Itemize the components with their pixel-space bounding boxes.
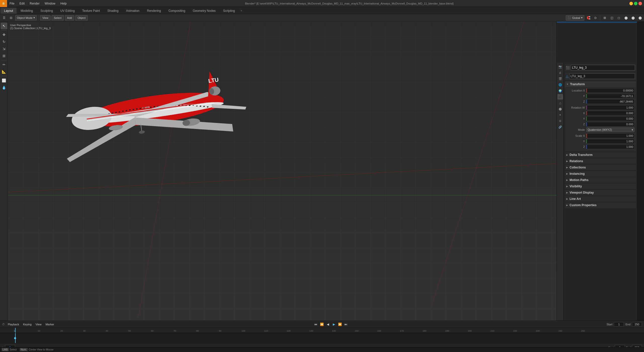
- props-tab-world[interactable]: 🌍: [557, 88, 563, 94]
- scale-y-field[interactable]: 1.000: [586, 139, 634, 144]
- motion-paths-section[interactable]: ▶ Motion Paths: [565, 177, 636, 183]
- object-data-field[interactable]: [569, 73, 635, 79]
- props-tab-physics[interactable]: ⚙: [557, 118, 563, 124]
- viewport-shading-solid[interactable]: ⬤: [623, 15, 629, 21]
- viewport-shading-wire[interactable]: ◻: [616, 15, 622, 21]
- start-frame-field[interactable]: 1: [614, 322, 624, 327]
- xray-icon[interactable]: ◫: [609, 15, 615, 21]
- props-tab-particles[interactable]: ✦: [557, 112, 563, 118]
- rotation-group: Rotation W 1.000 X 0.000 Y: [566, 105, 634, 132]
- props-tab-constraints[interactable]: 🔗: [557, 124, 563, 130]
- visibility-section[interactable]: ▶ Visibility: [565, 184, 636, 189]
- object-name-field[interactable]: [571, 65, 635, 70]
- rotation-z-field[interactable]: 0.000: [586, 122, 634, 126]
- timeline-menu-marker[interactable]: Marker: [45, 323, 55, 326]
- scale-x-field[interactable]: 1.000: [586, 134, 634, 138]
- toolbar-menu-icon[interactable]: ☰: [1, 15, 7, 21]
- window-close[interactable]: [638, 2, 642, 5]
- timeline-menu-playback[interactable]: Playback: [7, 323, 20, 326]
- menu-file[interactable]: File: [7, 0, 17, 7]
- add-cube-tool[interactable]: ⬜: [1, 77, 7, 84]
- object-type-icon: ⬛: [566, 66, 570, 70]
- toolbar-mode-icon[interactable]: ⊟: [8, 15, 14, 21]
- tab-uv-editing[interactable]: UV Editing: [57, 8, 78, 14]
- tab-scripting[interactable]: Scripting: [220, 8, 238, 14]
- location-z-field[interactable]: -867.28485: [586, 99, 634, 104]
- play-reverse-button[interactable]: ◀: [325, 322, 330, 327]
- rotate-tool[interactable]: ↻: [1, 38, 7, 45]
- tab-animation[interactable]: Animation: [123, 8, 143, 14]
- menu-edit[interactable]: Edit: [17, 0, 27, 7]
- props-tab-render[interactable]: 📷: [557, 64, 563, 69]
- viewport-display-section[interactable]: ▶ Viewport Display: [565, 190, 636, 195]
- jump-start-button[interactable]: ⏮: [313, 322, 318, 327]
- rotation-mode-dropdown[interactable]: Quaternion (WXYZ) ▾: [586, 127, 634, 132]
- tab-geometry-nodes[interactable]: Geometry Nodes: [189, 8, 219, 14]
- viewport-shading-material[interactable]: ⬤: [630, 15, 636, 21]
- y-axis-line: [8, 195, 637, 195]
- view-menu[interactable]: View: [40, 15, 51, 21]
- tab-rendering[interactable]: Rendering: [143, 8, 164, 14]
- timeline-track[interactable]: [0, 333, 644, 343]
- relations-section[interactable]: ▶ Relations: [565, 158, 636, 164]
- props-tab-mesh[interactable]: △: [557, 100, 563, 106]
- menu-help[interactable]: Help: [58, 0, 69, 7]
- transform-header[interactable]: ▼ Transform: [565, 81, 636, 87]
- viewport[interactable]: LTU D-ABBB User Per: [8, 22, 637, 321]
- location-y-field[interactable]: -70.16711: [586, 94, 634, 98]
- props-tab-object[interactable]: ⬛: [557, 94, 563, 100]
- menu-window[interactable]: Window: [42, 0, 58, 7]
- transform-tool[interactable]: ⊞: [1, 53, 7, 59]
- annotate-tool[interactable]: ✏: [1, 61, 7, 68]
- delta-transform-section[interactable]: ▶ Delta Transform: [565, 152, 636, 158]
- custom-properties-section[interactable]: ▶ Custom Properties: [565, 202, 636, 208]
- move-tool[interactable]: ✥: [1, 31, 7, 38]
- snap-icon[interactable]: 🧲: [585, 15, 591, 21]
- collections-section[interactable]: ▶ Collections: [565, 165, 636, 170]
- proportional-edit-icon[interactable]: ⊙: [592, 15, 598, 21]
- overlay-icon[interactable]: ⊞: [602, 15, 608, 21]
- tab-texture-paint[interactable]: Texture Paint: [79, 8, 103, 14]
- props-tab-view[interactable]: 🎬: [557, 76, 563, 81]
- scale-z-field[interactable]: 1.000: [586, 145, 634, 149]
- tab-layout[interactable]: Layout: [1, 8, 17, 14]
- rotation-x-field[interactable]: 0.000: [586, 111, 634, 115]
- add-menu[interactable]: Add: [65, 15, 74, 21]
- scale-y-field-group: 1.000: [586, 139, 634, 144]
- play-button[interactable]: ▶: [331, 322, 336, 327]
- start-label: Start: [607, 323, 612, 326]
- props-tab-material[interactable]: ⬤: [557, 106, 563, 112]
- menu-render[interactable]: Render: [27, 0, 42, 7]
- end-frame-field[interactable]: 250: [632, 322, 642, 327]
- select-tool[interactable]: ↖: [1, 23, 7, 29]
- rotation-y-field[interactable]: 0.000: [586, 116, 634, 121]
- select-menu[interactable]: Select: [52, 15, 64, 21]
- object-menu[interactable]: Object: [75, 15, 88, 21]
- location-x-field[interactable]: 0.00000: [586, 88, 634, 93]
- tab-modeling[interactable]: Modeling: [17, 8, 36, 14]
- line-art-section[interactable]: ▶ Line Art: [565, 196, 636, 202]
- window-minimize[interactable]: [629, 2, 633, 5]
- measure-tool[interactable]: 📐: [1, 68, 7, 75]
- rotation-y-label: Y: [566, 117, 586, 120]
- instancing-section[interactable]: ▶ Instancing: [565, 171, 636, 177]
- viewport-shading-render[interactable]: ⬤: [637, 15, 643, 21]
- timeline-menu-view[interactable]: View: [34, 323, 43, 326]
- rotation-w-field[interactable]: 1.000: [586, 105, 634, 110]
- window-maximize[interactable]: [634, 2, 637, 5]
- props-tab-output[interactable]: 🖨: [557, 70, 563, 75]
- tab-shading[interactable]: Shading: [104, 8, 122, 14]
- eyedropper-tool[interactable]: 💧: [1, 84, 7, 91]
- scale-tool[interactable]: ⇲: [1, 46, 7, 52]
- add-workspace-button[interactable]: +: [238, 8, 244, 14]
- timeline-ruler[interactable]: 1 10 20 30 40 50 60 70 80 90 100 110 120…: [0, 328, 644, 333]
- jump-end-button[interactable]: ⏭: [343, 322, 348, 327]
- tab-compositing[interactable]: Compositing: [165, 8, 189, 14]
- object-mode-dropdown[interactable]: Object Mode ▾: [15, 15, 37, 21]
- timeline-menu-keying[interactable]: Keying: [22, 323, 33, 326]
- next-frame-button[interactable]: ⏩: [337, 322, 342, 327]
- prev-frame-button[interactable]: ⏪: [319, 322, 324, 327]
- global-dropdown[interactable]: ⬛ Global ▾: [566, 15, 584, 21]
- tab-sculpting[interactable]: Sculpting: [37, 8, 56, 14]
- props-tab-scene[interactable]: 🌐: [557, 82, 563, 87]
